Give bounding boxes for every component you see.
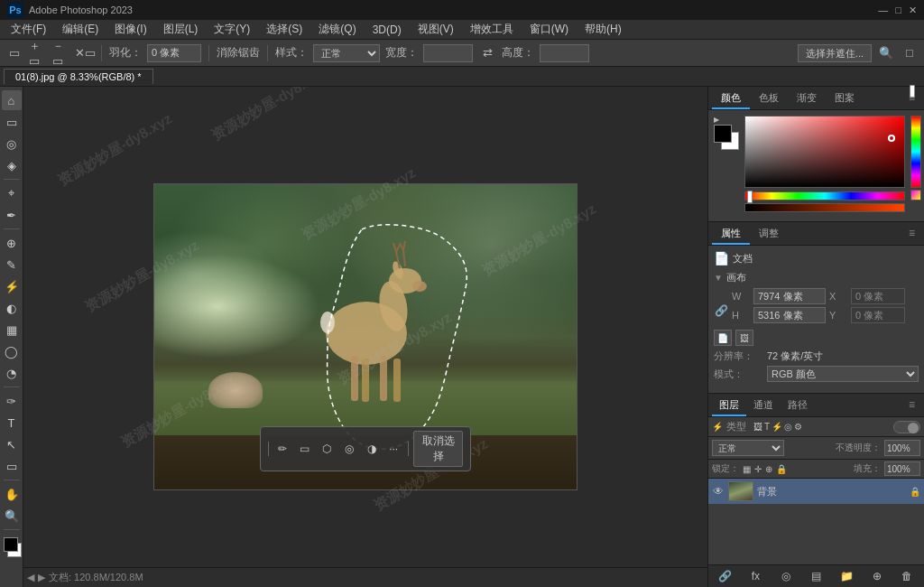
tool-crop[interactable]: ⌖ (2, 183, 22, 203)
tool-pen[interactable]: ✑ (2, 391, 22, 411)
feather-input[interactable] (147, 44, 201, 62)
lock-pixels-icon[interactable]: ▦ (743, 464, 751, 474)
lock-all-icon[interactable]: 🔒 (776, 464, 787, 474)
mode-select[interactable]: RGB 颜色 CMYK 颜色 灰度 (767, 366, 919, 382)
tool-magic[interactable]: ◈ (2, 155, 22, 175)
tool-home[interactable]: ⌂ (2, 90, 22, 110)
tool-clone[interactable]: ⚡ (2, 276, 22, 296)
fill-input[interactable] (884, 461, 920, 476)
fg-color-box[interactable] (714, 125, 732, 143)
tab-pattern[interactable]: 图案 (826, 89, 864, 109)
color-extra[interactable] (910, 190, 921, 200)
tab-adjustments[interactable]: 调整 (750, 224, 788, 245)
tab-properties[interactable]: 属性 (712, 224, 750, 245)
float-tool-half[interactable]: ◑ (363, 439, 380, 459)
layer-group-btn[interactable]: 📁 (833, 568, 860, 584)
color-gradient[interactable] (744, 116, 905, 188)
tool-path-select[interactable]: ↖ (2, 434, 22, 454)
canvas-icon-2[interactable]: 🖼 (735, 330, 753, 346)
select-subject-button[interactable]: 选择并遮住... (798, 44, 872, 62)
layer-item-background[interactable]: 👁 背景 🔒 (708, 479, 924, 504)
lock-move-icon[interactable]: ✛ (754, 464, 762, 474)
menu-select[interactable]: 选择(S) (259, 20, 310, 39)
close-button[interactable]: ✕ (909, 5, 917, 16)
float-tool-brush[interactable]: ✏ (274, 439, 291, 459)
maximize-button[interactable]: □ (895, 5, 901, 16)
foreground-color-swatch[interactable] (4, 537, 18, 552)
cancel-selection-button[interactable]: 取消选择 (413, 431, 463, 467)
tool-blur[interactable]: ◯ (2, 341, 22, 361)
layer-adj-btn[interactable]: ▤ (803, 568, 830, 584)
tab-swatches[interactable]: 色板 (750, 89, 788, 109)
menu-view[interactable]: 视图(V) (411, 20, 461, 39)
menu-edit[interactable]: 编辑(E) (55, 20, 106, 39)
canvas-area[interactable]: 资源妙妙屋-dy8.xyz 资源妙妙屋-dy8.xyz 资源妙妙屋-dy8.xy… (23, 87, 707, 587)
menu-type[interactable]: 文字(Y) (207, 20, 257, 39)
attr-panel-menu[interactable]: ≡ (903, 224, 920, 245)
tool-eraser[interactable]: ◐ (2, 298, 22, 318)
swap-icon[interactable]: ⇄ (478, 44, 496, 62)
tool-eyedrop[interactable]: ✒ (2, 205, 22, 225)
blend-mode-select[interactable]: 正常 溶解 正片叠底 (712, 440, 784, 456)
style-select[interactable]: 正常 固定比例 固定大小 (313, 44, 380, 62)
float-tool-rect[interactable]: ▭ (296, 439, 313, 459)
tab-color[interactable]: 颜色 (712, 89, 750, 109)
nav-right-arrow[interactable]: ▶ (38, 572, 45, 583)
canvas-collapse-icon[interactable]: ▼ (714, 273, 723, 283)
menu-file[interactable]: 文件(F) (4, 20, 53, 39)
width-input[interactable] (423, 44, 473, 62)
filter-toggle[interactable] (893, 421, 920, 433)
menu-filter[interactable]: 滤镜(Q) (311, 20, 363, 39)
tool-text[interactable]: T (2, 413, 22, 433)
lock-artboard-icon[interactable]: ⊕ (765, 464, 772, 474)
tab-layers[interactable]: 图层 (712, 396, 746, 416)
tool-hand[interactable]: ✋ (2, 484, 22, 504)
tool-lasso[interactable]: ◎ (2, 134, 22, 154)
minimize-button[interactable]: — (878, 5, 888, 16)
search-icon[interactable]: 🔍 (877, 44, 895, 62)
filter-btn-4[interactable]: ◎ (784, 422, 792, 432)
color-swatch[interactable] (2, 537, 22, 561)
color-picker-area[interactable] (744, 116, 905, 212)
float-tool-transform[interactable]: ⬡ (319, 439, 336, 459)
tool-dodge[interactable]: ◔ (2, 363, 22, 383)
filter-btn-5[interactable]: ⚙ (794, 422, 802, 432)
tool-zoom[interactable]: 🔍 (2, 506, 22, 526)
width-field[interactable] (753, 288, 826, 304)
layer-eye-icon[interactable]: 👁 (712, 485, 725, 498)
layer-fx-btn[interactable]: fx (743, 568, 770, 584)
menu-image[interactable]: 图像(I) (107, 20, 153, 39)
float-tool-more[interactable]: ··· (385, 439, 402, 459)
filter-btn-3[interactable]: ⚡ (772, 422, 782, 432)
layers-panel-menu[interactable]: ≡ (903, 396, 920, 416)
menu-3d[interactable]: 3D(D) (365, 22, 409, 38)
layer-link-btn[interactable]: 🔗 (712, 568, 739, 584)
layer-mask-btn[interactable]: ◎ (772, 568, 799, 584)
hue-slider[interactable] (744, 191, 905, 200)
tool-marquee[interactable]: ▭ (2, 112, 22, 132)
nav-left-arrow[interactable]: ◀ (27, 572, 34, 583)
workspace-icon[interactable]: □ (901, 44, 919, 62)
layer-delete-btn[interactable]: 🗑 (893, 568, 920, 584)
fg-bg-colors[interactable] (714, 125, 739, 150)
menu-help[interactable]: 帮助(H) (578, 20, 629, 39)
opacity-input[interactable] (884, 440, 920, 456)
hue-strip[interactable] (910, 116, 921, 188)
link-icon[interactable]: 🔗 (715, 304, 728, 317)
tab-image[interactable]: 01(8).jpg @ 8.33%(RGB/8) * (4, 69, 153, 84)
menu-layer[interactable]: 图层(L) (156, 20, 206, 39)
tab-gradient[interactable]: 渐变 (788, 89, 826, 109)
tab-channels[interactable]: 通道 (746, 396, 781, 416)
menu-plugins[interactable]: 增效工具 (463, 20, 521, 39)
tab-paths[interactable]: 路径 (781, 396, 815, 416)
height-field[interactable] (753, 307, 826, 323)
float-tool-circle[interactable]: ◎ (341, 439, 358, 459)
saturation-slider[interactable] (744, 203, 905, 212)
layer-add-btn[interactable]: ⊕ (864, 568, 891, 584)
tool-gradient[interactable]: ▦ (2, 320, 22, 340)
tool-brush[interactable]: ✎ (2, 255, 22, 275)
height-input[interactable] (540, 44, 589, 62)
canvas-icon-1[interactable]: 📄 (714, 330, 732, 346)
filter-btn-2[interactable]: T (764, 422, 770, 432)
tool-heal[interactable]: ⊕ (2, 233, 22, 253)
